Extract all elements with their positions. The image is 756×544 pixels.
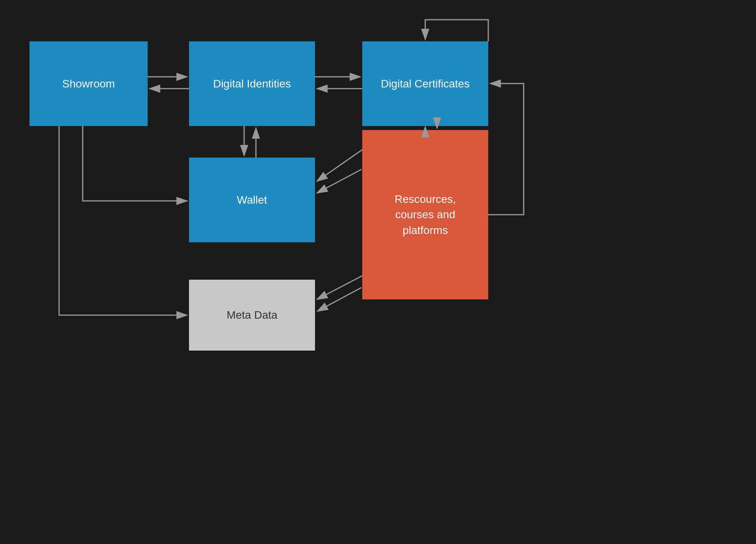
wallet-label: Wallet (237, 192, 267, 208)
arrow-res-to-wallet (317, 169, 361, 193)
showroom-label: Showroom (62, 76, 115, 91)
resources-box: Rescources, courses and platforms (362, 130, 488, 299)
arrow-showroom-to-wallet (83, 126, 187, 201)
diagram-container: Showroom Digital Identities Digital Cert… (0, 0, 756, 544)
arrow-showroom-to-meta-left (59, 126, 187, 315)
resources-label: Rescources, courses and platforms (395, 191, 456, 238)
digital-certificates-label: Digital Certificates (381, 76, 470, 91)
digital-identities-label: Digital Identities (213, 76, 291, 91)
arrow-res-right-to-dc (488, 84, 524, 215)
showroom-box: Showroom (30, 41, 148, 126)
digital-certificates-box: Digital Certificates (362, 41, 488, 126)
meta-data-label: Meta Data (226, 307, 277, 323)
arrow-dc-to-wallet (317, 150, 362, 181)
meta-data-box: Meta Data (189, 280, 315, 351)
arrow-res-to-meta (317, 276, 362, 299)
wallet-box: Wallet (189, 158, 315, 242)
digital-identities-box: Digital Identities (189, 41, 315, 126)
arrow-res-to-meta2 (317, 288, 361, 311)
arrow-res-top-to-dc (425, 20, 488, 41)
